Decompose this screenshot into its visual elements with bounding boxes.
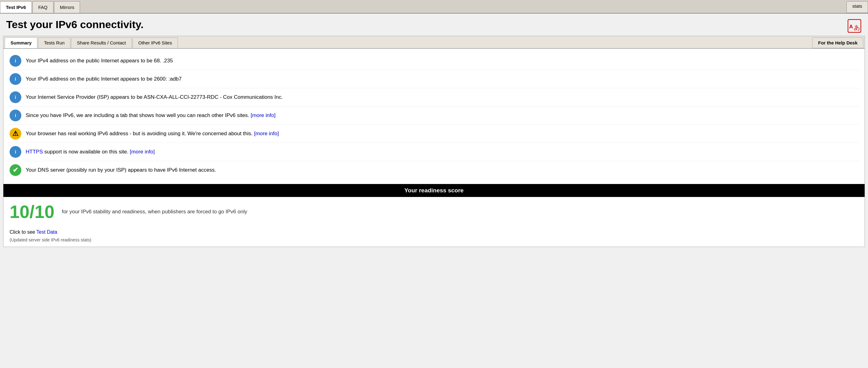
info-text-https: HTTPS support is now available on this s… — [26, 148, 859, 156]
nav-tab-faq[interactable]: FAQ — [32, 1, 54, 13]
warn-icon-avoiding-ipv6: ⚠ — [9, 128, 21, 139]
tab-tests-run[interactable]: Tests Run — [38, 37, 70, 48]
nav-tab-test-ipv6[interactable]: Test IPv6 — [0, 1, 32, 13]
footer-area: Click to see Test Data (Updated server s… — [3, 226, 865, 247]
page-title: Test your IPv6 connectivity. — [6, 19, 144, 31]
info-text-other-ipv6: Since you have IPv6, we are including a … — [26, 112, 859, 119]
info-icon-ipv6: i — [9, 73, 21, 85]
nav-tab-mirrors[interactable]: Mirrors — [54, 1, 80, 13]
more-info-link-https[interactable]: [more info] — [130, 149, 154, 155]
score-header: Your readiness score — [3, 184, 865, 197]
svg-text:i: i — [15, 76, 16, 81]
info-row-warning: ⚠ Your browser has real working IPv6 add… — [8, 125, 860, 143]
svg-text:A: A — [849, 24, 853, 30]
tab-share-results[interactable]: Share Results / Contact — [71, 37, 132, 48]
info-text-ipv6: Your IPv6 address on the public Internet… — [26, 75, 859, 83]
main-content: Summary Tests Run Share Results / Contac… — [3, 36, 865, 247]
svg-text:あ: あ — [854, 24, 860, 31]
top-navigation: Test IPv6 FAQ Mirrors stats — [0, 0, 868, 13]
info-text-dns: Your DNS server (possibly run by your IS… — [26, 166, 859, 174]
svg-text:i: i — [15, 113, 16, 118]
score-row: 10/10 for your IPv6 stability and readin… — [3, 197, 865, 226]
info-row-ipv4: i Your IPv4 address on the public Intern… — [8, 52, 860, 70]
tab-summary[interactable]: Summary — [5, 37, 37, 48]
svg-text:i: i — [15, 58, 16, 63]
server-stats-note: (Updated server side IPv6 readiness stat… — [9, 237, 859, 242]
page-header: Test your IPv6 connectivity. A あ — [0, 13, 868, 36]
language-icon[interactable]: A あ — [847, 19, 862, 33]
info-list: i Your IPv4 address on the public Intern… — [3, 49, 865, 182]
tab-help-desk[interactable]: For the Help Desk — [812, 37, 863, 48]
info-icon-isp: i — [9, 91, 21, 103]
test-data-line: Click to see Test Data — [9, 229, 859, 235]
info-row-isp: i Your Internet Service Provider (ISP) a… — [8, 88, 860, 106]
score-label: for your IPv6 stability and readiness, w… — [62, 209, 247, 215]
test-data-link[interactable]: Test Data — [36, 229, 58, 235]
inner-tab-bar: Summary Tests Run Share Results / Contac… — [3, 36, 865, 49]
info-row-other-ipv6: i Since you have IPv6, we are including … — [8, 106, 860, 125]
info-icon-ipv4: i — [9, 55, 21, 67]
svg-text:i: i — [15, 149, 16, 154]
tab-other-ipv6-sites[interactable]: Other IPv6 Sites — [132, 37, 178, 48]
info-row-https: i HTTPS support is now available on this… — [8, 143, 860, 161]
info-text-isp: Your Internet Service Provider (ISP) app… — [26, 94, 859, 101]
success-icon-dns: ✔ — [9, 164, 21, 176]
info-text-warning: Your browser has real working IPv6 addre… — [26, 130, 859, 137]
svg-text:i: i — [15, 95, 16, 100]
info-row-dns: ✔ Your DNS server (possibly run by your … — [8, 161, 860, 179]
more-info-link-warning[interactable]: [more info] — [254, 131, 279, 136]
info-icon-https: i — [9, 146, 21, 158]
info-text-ipv4: Your IPv4 address on the public Internet… — [26, 57, 859, 65]
more-info-link-other-ipv6[interactable]: [more info] — [251, 112, 276, 118]
info-row-ipv6: i Your IPv6 address on the public Intern… — [8, 70, 860, 88]
score-value: 10/10 — [9, 201, 54, 222]
info-icon-other-ipv6: i — [9, 110, 21, 121]
nav-tab-stats[interactable]: stats — [846, 1, 868, 13]
https-link[interactable]: HTTPS — [26, 149, 43, 155]
